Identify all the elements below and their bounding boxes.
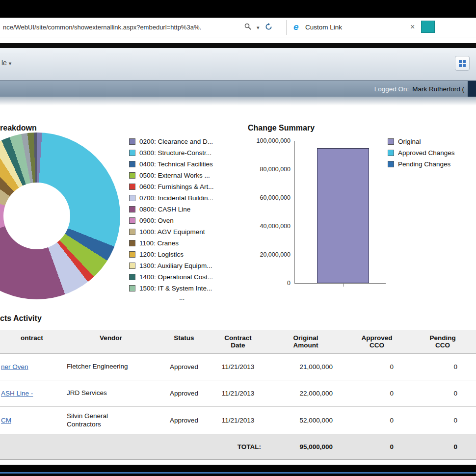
legend-swatch — [129, 184, 135, 190]
pending-cco-cell: 0 — [409, 407, 476, 434]
legend-item: 1000: AGV Equipment — [129, 226, 214, 238]
bar-chart-legend: Original Approved Changes Pending Change… — [388, 136, 455, 170]
legend-swatch — [129, 217, 135, 224]
logged-on-bar: Logged On: Mark Rutherford ( — [0, 80, 476, 97]
date-cell: 11/21/2013 — [209, 407, 267, 434]
legend-swatch — [129, 150, 135, 156]
new-tab-button[interactable] — [421, 21, 435, 33]
legend-item: 1200: Logistics — [129, 249, 214, 260]
address-input[interactable]: nce/WebUI/site/common/showexternallink.a… — [3, 18, 201, 37]
legend-swatch — [129, 263, 135, 269]
contract-link[interactable]: CM — [1, 417, 11, 424]
legend-item: 0900: Oven — [129, 215, 214, 226]
legend-item: 0200: Clearance and D... — [129, 136, 214, 147]
legend-swatch — [129, 240, 135, 246]
status-cell: Approved — [159, 407, 209, 434]
legend-swatch — [388, 138, 394, 145]
y-tick-label: 60,000,000 — [239, 194, 291, 201]
approved-cco-cell: 0 — [344, 354, 409, 380]
tab-close-icon[interactable]: × — [407, 18, 418, 37]
legend-swatch — [129, 274, 135, 280]
footer-accent-line — [0, 472, 476, 474]
legend-swatch — [388, 150, 394, 156]
page-toolbar: le ▾ — [0, 48, 476, 80]
donut-hole — [3, 183, 70, 249]
legend-item: Pending Changes — [388, 159, 455, 170]
approved-cco-cell: 0 — [344, 407, 409, 434]
header-fade — [0, 97, 476, 106]
refresh-icon[interactable] — [265, 23, 272, 32]
contracts-table: ontract Vendor Status Contract Date Orig… — [0, 330, 476, 460]
legend-item: Approved Changes — [388, 147, 455, 159]
total-pending-cco: 0 — [409, 434, 476, 460]
legend-item: 1400: Operational Cost... — [129, 271, 214, 283]
date-cell: 11/21/2013 — [209, 380, 267, 407]
legend-item: 0500: External Works ... — [129, 170, 214, 181]
donut-chart-title: reakdown — [0, 124, 37, 132]
amount-cell: 22,000,000 — [267, 380, 344, 407]
legend-swatch — [129, 206, 135, 212]
table-row: ner Oven Fletcher Engineering Approved 1… — [0, 354, 476, 380]
y-tick-label: 80,000,000 — [239, 166, 291, 173]
legend-swatch — [129, 251, 135, 258]
vendor-cell: JRD Services — [63, 380, 159, 407]
legend-more: ... — [179, 294, 214, 302]
col-header-approved-cco: Approved CCO — [344, 330, 409, 354]
search-icon[interactable] — [244, 23, 251, 32]
table-row: CM Silvin General Contractors Approved 1… — [0, 407, 476, 434]
window-top-bar — [0, 0, 476, 18]
table-header-row: ontract Vendor Status Contract Date Orig… — [0, 330, 476, 354]
corner-block — [468, 81, 476, 97]
amount-cell: 21,000,000 — [267, 354, 344, 380]
col-header-contract: ontract — [0, 330, 63, 354]
browser-tab[interactable]: Custom Link — [305, 18, 342, 37]
ie-logo-icon: e — [293, 22, 299, 32]
y-tick-label: 20,000,000 — [239, 251, 291, 258]
grid-icon[interactable] — [455, 56, 470, 71]
legend-item: 0800: CASH Line — [129, 204, 214, 215]
address-dropdown-icon[interactable]: ▾ — [257, 25, 260, 31]
y-axis — [294, 141, 295, 284]
approved-cco-cell: 0 — [344, 380, 409, 407]
x-axis-tick — [343, 284, 344, 287]
col-header-pending-cco: Pending CCO — [409, 330, 476, 354]
y-tick-label: 0 — [239, 280, 291, 287]
y-tick-label: 40,000,000 — [239, 223, 291, 230]
contract-link[interactable]: ASH Line - — [1, 390, 33, 397]
legend-swatch — [388, 161, 394, 167]
total-label: TOTAL: — [0, 434, 267, 460]
footer-bar — [0, 465, 476, 476]
legend-swatch — [129, 138, 135, 145]
legend-item: 1300: Auxiliary Equipm... — [129, 260, 214, 271]
col-header-contract-date: Contract Date — [209, 330, 267, 354]
total-row: TOTAL: 95,000,000 0 0 — [0, 434, 476, 460]
legend-swatch — [129, 195, 135, 201]
vendor-cell: Silvin General Contractors — [63, 407, 159, 434]
status-cell: Approved — [159, 354, 209, 380]
bar-chart-title: Change Summary — [248, 124, 315, 132]
legend-swatch — [129, 172, 135, 179]
pending-cco-cell: 0 — [409, 354, 476, 380]
x-axis — [294, 283, 386, 284]
total-approved-cco: 0 — [344, 434, 409, 460]
logged-on-label: Logged On: — [374, 85, 409, 93]
col-header-status: Status — [159, 330, 209, 354]
tab-divider — [286, 20, 287, 35]
status-cell: Approved — [159, 380, 209, 407]
legend-item: 0600: Furnishings & Art... — [129, 181, 214, 192]
contract-link[interactable]: ner Oven — [1, 363, 28, 370]
original-bar — [317, 148, 369, 284]
activity-section-title: cts Activity — [0, 314, 42, 323]
pending-cco-cell: 0 — [409, 380, 476, 407]
legend-item: 0300: Structure-Constr... — [129, 147, 214, 159]
legend-item: 0400: Technical Facilities — [129, 159, 214, 170]
user-name[interactable]: Mark Rutherford ( — [412, 85, 464, 93]
page-top-strip — [0, 43, 476, 48]
title-dropdown[interactable]: le ▾ — [1, 59, 11, 67]
legend-item: Original — [388, 136, 455, 147]
legend-swatch — [129, 229, 135, 235]
bar-plot-area — [317, 141, 369, 283]
total-amount: 95,000,000 — [267, 434, 344, 460]
date-cell: 11/21/2013 — [209, 354, 267, 380]
table-row: ASH Line - JRD Services Approved 11/21/2… — [0, 380, 476, 407]
